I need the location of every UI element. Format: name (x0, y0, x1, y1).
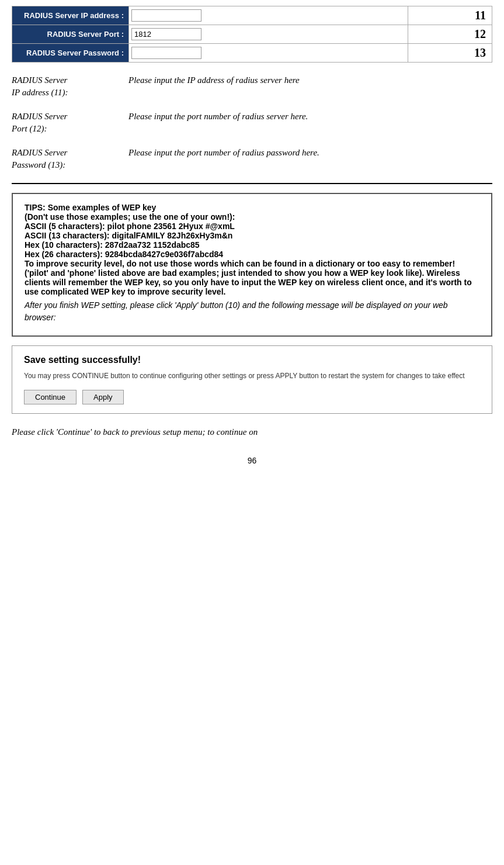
tips-warning: To improve security level, do not use th… (25, 259, 479, 296)
save-message-box: Save setting successfully! You may press… (12, 345, 492, 414)
example-2: ASCII (13 characters): digitalFAMILY 82J… (25, 231, 479, 240)
radius-password-label: RADIUS Server Password : (12, 44, 129, 63)
desc-text-3: Please input the port number of radius p… (128, 147, 492, 171)
example-1: ASCII (5 characters): pilot phone 23561 … (25, 222, 479, 231)
radius-port-row: RADIUS Server Port : 12 (12, 25, 492, 44)
overlay-text: After you finish WEP setting, please cli… (25, 296, 479, 327)
desc-row-1: RADIUS ServerIP address (11): Please inp… (12, 74, 492, 99)
radius-table: RADIUS Server IP address : 11 RADIUS Ser… (12, 6, 492, 63)
apply-button[interactable]: Apply (82, 390, 124, 404)
section-divider (12, 183, 492, 184)
save-success-title: Save setting successfully! (24, 355, 480, 365)
radius-ip-input[interactable] (131, 9, 201, 22)
radius-password-input[interactable] (131, 47, 201, 59)
example-4: Hex (26 characters): 9284bcda8427c9e036f… (25, 250, 479, 259)
desc-row-2: RADIUS ServerPort (12): Please input the… (12, 110, 492, 135)
bottom-text: Please click 'Continue' to back to previ… (12, 425, 492, 439)
desc-label-1: RADIUS ServerIP address (11): (12, 74, 128, 99)
continue-button[interactable]: Continue (24, 390, 77, 404)
tips-title: TIPS: Some examples of WEP key (25, 203, 479, 212)
radius-ip-row: RADIUS Server IP address : 11 (12, 6, 492, 25)
desc-label-3: RADIUS ServerPassword (13): (12, 147, 128, 171)
example-3: Hex (10 characters): 287d2aa732 1152dabc… (25, 240, 479, 250)
desc-text-2: Please input the port number of radius s… (128, 110, 492, 135)
radius-port-label: RADIUS Server Port : (12, 25, 129, 44)
radius-ip-input-cell (129, 6, 408, 25)
radius-ip-number: 11 (408, 6, 492, 25)
page-number: 96 (12, 456, 492, 465)
save-buttons: Continue Apply (24, 390, 480, 404)
radius-password-row: RADIUS Server Password : 13 (12, 44, 492, 63)
radius-port-input[interactable] (131, 28, 201, 40)
radius-password-number: 13 (408, 44, 492, 63)
radius-ip-label: RADIUS Server IP address : (12, 6, 129, 25)
radius-port-input-cell (129, 25, 408, 44)
page-wrapper: RADIUS Server IP address : 11 RADIUS Ser… (0, 0, 504, 483)
tips-subtitle: (Don't use those examples; use the one o… (25, 212, 479, 222)
desc-label-2: RADIUS ServerPort (12): (12, 110, 128, 135)
save-success-desc: You may press CONTINUE button to continu… (24, 371, 480, 381)
tips-box: TIPS: Some examples of WEP key (Don't us… (12, 193, 492, 337)
descriptions-section: RADIUS ServerIP address (11): Please inp… (12, 74, 492, 171)
desc-text-1: Please input the IP address of radius se… (128, 74, 492, 99)
radius-port-number: 12 (408, 25, 492, 44)
radius-password-input-cell (129, 44, 408, 63)
desc-row-3: RADIUS ServerPassword (13): Please input… (12, 147, 492, 171)
tips-examples: ASCII (5 characters): pilot phone 23561 … (25, 222, 479, 259)
